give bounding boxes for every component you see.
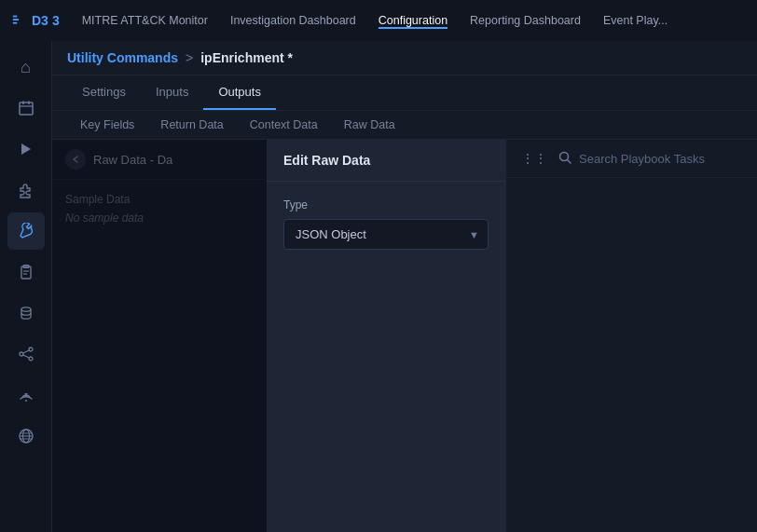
- sidebar-item-clipboard[interactable]: [7, 253, 45, 291]
- svg-point-18: [25, 400, 27, 402]
- content-area: Utility Commands > ipEnrichment * Settin…: [52, 41, 757, 532]
- sidebar-item-tools[interactable]: [7, 212, 45, 250]
- tab-inputs[interactable]: Inputs: [141, 75, 203, 110]
- edit-modal-header: Edit Raw Data: [267, 140, 505, 182]
- type-select-wrapper: JSON Object String Number Boolean Array …: [283, 219, 489, 250]
- svg-line-25: [568, 159, 571, 163]
- sub-tabs-bar: Key Fields Return Data Context Data Raw …: [52, 111, 757, 140]
- tab-outputs[interactable]: Outputs: [203, 75, 276, 110]
- sidebar: ⌂: [0, 41, 52, 532]
- sidebar-item-play[interactable]: [7, 130, 45, 168]
- nav-item-event[interactable]: Event Play...: [603, 12, 668, 29]
- sidebar-item-database[interactable]: [7, 294, 45, 332]
- svg-marker-7: [21, 143, 31, 155]
- logo[interactable]: D33: [11, 12, 60, 29]
- sub-tab-return-data[interactable]: Return Data: [147, 111, 236, 139]
- sub-tab-raw-data[interactable]: Raw Data: [331, 111, 408, 139]
- nav-item-reporting[interactable]: Reporting Dashboard: [470, 12, 581, 29]
- svg-point-14: [20, 352, 23, 356]
- top-nav: D33 MITRE ATT&CK Monitor Investigation D…: [0, 0, 757, 41]
- sub-tab-key-fields[interactable]: Key Fields: [67, 111, 147, 139]
- svg-point-15: [29, 357, 33, 361]
- svg-line-17: [23, 355, 29, 358]
- sidebar-item-home[interactable]: ⌂: [7, 48, 45, 86]
- nav-item-mitre[interactable]: MITRE ATT&CK Monitor: [82, 12, 208, 29]
- panel-area: Raw Data - Da Sample Data No sample data…: [52, 140, 757, 532]
- tab-settings[interactable]: Settings: [67, 75, 141, 110]
- breadcrumb-current: ipEnrichment *: [200, 50, 293, 65]
- search-input[interactable]: [579, 152, 746, 166]
- nav-item-configuration[interactable]: Configuration: [378, 12, 447, 29]
- svg-rect-2: [13, 22, 17, 24]
- edit-modal-body: Type JSON Object String Number Boolean A…: [267, 182, 505, 532]
- sidebar-item-globe[interactable]: [7, 417, 45, 455]
- sidebar-item-signal[interactable]: [7, 376, 45, 414]
- nav-item-investigation[interactable]: Investigation Dashboard: [230, 12, 356, 29]
- right-panel: ⋮⋮: [505, 140, 757, 532]
- svg-rect-1: [13, 19, 19, 20]
- breadcrumb-separator: >: [186, 50, 193, 65]
- svg-line-16: [23, 350, 29, 353]
- svg-rect-0: [13, 16, 17, 18]
- search-bar: ⋮⋮: [506, 140, 757, 178]
- edit-modal-left: Type JSON Object String Number Boolean A…: [267, 182, 505, 532]
- type-select[interactable]: JSON Object String Number Boolean Array: [283, 219, 489, 250]
- sidebar-item-puzzle[interactable]: [7, 171, 45, 209]
- tabs-bar: Settings Inputs Outputs: [52, 75, 757, 111]
- svg-rect-3: [20, 102, 33, 115]
- breadcrumb-parent[interactable]: Utility Commands: [67, 50, 178, 65]
- search-icon: [558, 151, 571, 167]
- left-panel: Raw Data - Da Sample Data No sample data…: [52, 140, 505, 532]
- edit-modal: Edit Raw Data Type JSON Object String Nu…: [267, 140, 505, 532]
- sidebar-item-share[interactable]: [7, 335, 45, 373]
- svg-point-12: [21, 307, 31, 311]
- breadcrumb: Utility Commands > ipEnrichment *: [52, 41, 757, 75]
- type-field-label: Type: [283, 198, 489, 211]
- sub-tab-context-data[interactable]: Context Data: [237, 111, 331, 139]
- main-layout: ⌂: [0, 41, 757, 532]
- sidebar-item-calendar[interactable]: [7, 89, 45, 127]
- svg-point-13: [29, 348, 33, 351]
- grid-icon[interactable]: ⋮⋮: [517, 147, 551, 170]
